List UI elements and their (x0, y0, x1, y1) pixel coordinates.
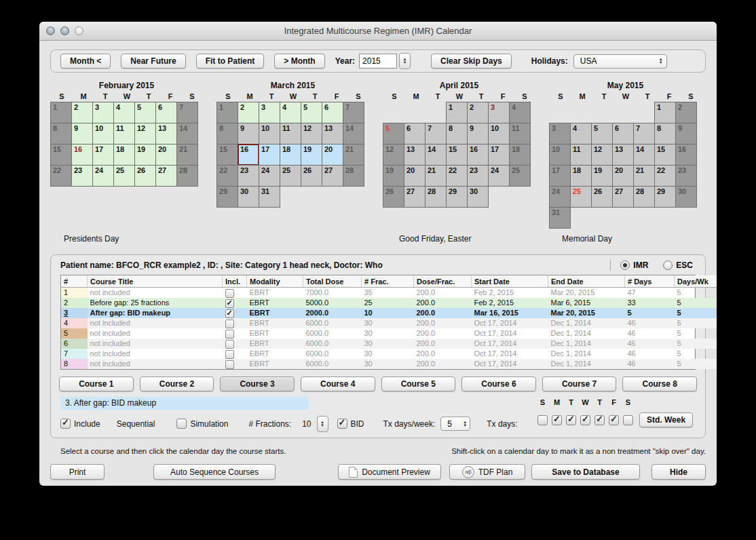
column-header-total-dose[interactable]: Total Dose (303, 275, 362, 288)
calendar-day[interactable]: 17 (488, 144, 510, 166)
near-future-button[interactable]: Near Future (121, 54, 185, 69)
column-header-incl-[interactable]: Incl. (223, 275, 247, 288)
include-checkbox[interactable] (225, 299, 234, 308)
calendar-day[interactable]: 13 (612, 144, 634, 166)
holidays-select[interactable]: USA ▲▼ (573, 54, 667, 69)
calendar-day[interactable]: 14 (633, 144, 655, 166)
include-checkbox[interactable] (225, 320, 234, 328)
calendar-day[interactable]: 12 (591, 144, 613, 166)
column-header-start-date[interactable]: Start Date (472, 275, 548, 288)
calendar-day[interactable]: 25 (509, 165, 531, 187)
calendar-day[interactable]: 6 (322, 102, 343, 123)
calendar-day[interactable]: 10 (92, 123, 114, 144)
calendar-day[interactable]: 9 (675, 123, 697, 144)
tx-day-checkbox[interactable] (580, 415, 590, 425)
calendar-day[interactable]: 9 (71, 123, 93, 144)
calendar-day[interactable]: 8 (446, 123, 468, 144)
calendar-day[interactable]: 19 (383, 165, 404, 187)
course-table-row[interactable]: 8not includedEBRT6000.030200.0Oct 17, 20… (61, 359, 717, 369)
calendar-day[interactable]: 6 (404, 123, 426, 144)
calendar-day[interactable]: 1 (216, 102, 238, 123)
calendar-day[interactable]: 29 (446, 186, 468, 208)
calendar-day[interactable]: 22 (654, 165, 676, 187)
save-to-database-button[interactable]: Save to Database (531, 464, 640, 480)
calendar-day[interactable]: 6 (155, 102, 177, 123)
calendar-day[interactable]: 16 (238, 144, 259, 166)
calendar-day[interactable]: 2 (238, 102, 259, 123)
include-checkbox[interactable] (225, 350, 234, 359)
calendar-day[interactable]: 14 (425, 144, 447, 166)
calendar-day[interactable]: 21 (176, 144, 198, 166)
column-header--days[interactable]: # Days (625, 275, 675, 288)
include-checkbox[interactable] (225, 309, 234, 318)
calendar-day[interactable]: 16 (71, 144, 93, 166)
column-header--frac-[interactable]: # Frac. (362, 275, 414, 288)
calendar-day[interactable]: 17 (549, 165, 571, 187)
month-next-button[interactable]: > Month (274, 54, 324, 69)
calendar-day[interactable]: 21 (425, 165, 447, 187)
calendar-day[interactable]: 31 (259, 186, 280, 208)
column-header-end-date[interactable]: End Date (548, 275, 625, 288)
print-button[interactable]: Print (50, 464, 105, 480)
calendar-day[interactable]: 15 (654, 144, 676, 166)
calendar-day[interactable]: 16 (467, 144, 489, 166)
tx-day-checkbox[interactable] (537, 415, 548, 425)
year-stepper[interactable]: ▲▼ (399, 53, 411, 69)
calendar-day[interactable]: 23 (675, 165, 697, 187)
calendar-day[interactable]: 28 (425, 186, 447, 208)
calendar-day[interactable]: 12 (301, 123, 322, 144)
calendar-day[interactable]: 4 (280, 102, 301, 123)
calendar-day[interactable]: 5 (301, 102, 322, 123)
calendar-day[interactable]: 27 (322, 165, 343, 187)
tx-days-week-select[interactable]: 5 ▲▼ (440, 417, 470, 431)
calendar-day[interactable]: 23 (71, 165, 93, 187)
calendar-day[interactable]: 18 (570, 165, 592, 187)
calendar-day[interactable]: 26 (591, 186, 613, 208)
calendar-day[interactable]: 3 (488, 102, 510, 123)
month-prev-button[interactable]: Month < (60, 54, 111, 69)
calendar-day[interactable]: 31 (549, 207, 571, 229)
calendar-day[interactable]: 10 (488, 123, 510, 144)
include-checkbox[interactable] (225, 289, 234, 298)
calendar-day[interactable]: 2 (467, 102, 489, 123)
course-table-row[interactable]: 6not includedEBRT6000.030200.0Oct 17, 20… (61, 339, 717, 349)
std-week-button[interactable]: Std. Week (639, 412, 693, 427)
calendar-day[interactable]: 20 (612, 165, 634, 187)
course-table-row[interactable]: 5not includedEBRT6000.030200.0Oct 17, 20… (61, 328, 717, 339)
calendar-day[interactable]: 18 (280, 144, 301, 166)
tx-day-checkbox[interactable] (623, 415, 633, 425)
course-table-row[interactable]: 4not includedEBRT6000.030200.0Oct 17, 20… (61, 318, 717, 328)
calendar-day[interactable]: 3 (92, 102, 114, 123)
fit-to-patient-button[interactable]: Fit to Patient (196, 54, 265, 69)
calendar-day[interactable]: 19 (301, 144, 322, 166)
calendar-day[interactable]: 24 (488, 165, 510, 187)
calendar-day[interactable]: 3 (259, 102, 280, 123)
course-table-row[interactable]: 7not includedEBRT6000.030200.0Oct 17, 20… (61, 349, 717, 359)
column-header-modality[interactable]: Modality (247, 275, 303, 288)
tdf-plan-button[interactable]: α/β TDF Plan (449, 464, 525, 480)
calendar-day[interactable]: 24 (549, 186, 571, 208)
clear-skip-days-button[interactable]: Clear Skip Days (431, 54, 512, 69)
calendar-day[interactable]: 16 (675, 144, 697, 166)
calendar-day[interactable]: 23 (467, 165, 489, 187)
calendar-day[interactable]: 7 (176, 102, 198, 123)
calendar-day[interactable]: 13 (404, 144, 426, 166)
calendar-day[interactable]: 25 (570, 186, 592, 208)
calendar-day[interactable]: 11 (113, 123, 135, 144)
calendar-day[interactable]: 15 (216, 144, 238, 166)
auto-sequence-courses-button[interactable]: Auto Sequence Courses (153, 464, 276, 480)
calendar-day[interactable]: 19 (591, 165, 613, 187)
calendar-day[interactable]: 15 (50, 144, 72, 166)
minimize-window-button[interactable] (60, 26, 69, 35)
document-preview-button[interactable]: Document Preview (338, 464, 441, 480)
calendar-day[interactable]: 28 (343, 165, 364, 187)
calendar-day[interactable]: 20 (322, 144, 343, 166)
calendar-day[interactable]: 12 (134, 123, 156, 144)
calendar-day[interactable]: 22 (216, 165, 238, 187)
calendar-day[interactable]: 9 (467, 123, 489, 144)
course-1-button[interactable]: Course 1 (59, 377, 134, 391)
calendar-day[interactable]: 18 (113, 144, 135, 166)
calendar-day[interactable]: 4 (509, 102, 531, 123)
calendar-day[interactable]: 23 (238, 165, 259, 187)
tx-day-checkbox[interactable] (566, 415, 576, 425)
